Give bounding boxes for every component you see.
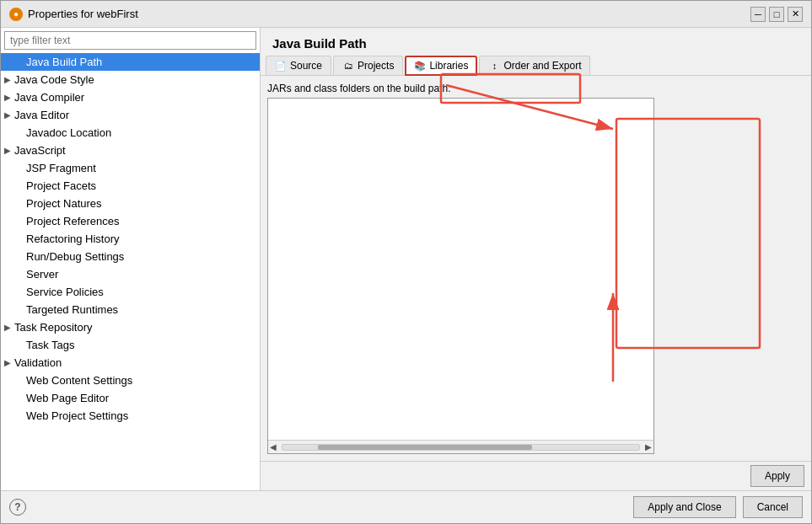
tabs-bar: 📄Source🗂Projects📚Libraries↕Order and Exp… <box>261 56 811 76</box>
apply-close-button[interactable]: Apply and Close <box>633 496 735 518</box>
bottom-bar: ? Apply and Close Cancel <box>1 490 811 523</box>
sidebar-item-targeted-runtimes[interactable]: Targeted Runtimes <box>1 301 260 318</box>
tab-label: Libraries <box>429 60 468 72</box>
libraries-icon: 📚 <box>414 60 426 72</box>
right-panel: Java Build Path 📄Source🗂Projects📚Librari… <box>261 28 811 461</box>
apply-row: Apply <box>261 461 811 490</box>
projects-icon: 🗂 <box>342 60 354 72</box>
sidebar-item-web-content-settings[interactable]: Web Content Settings <box>1 372 260 389</box>
tree-panel: ◀ ▶ <box>267 98 654 454</box>
sidebar-item-rundebug-settings[interactable]: Run/Debug Settings <box>1 248 260 265</box>
sidebar-item-label: Task Repository <box>14 321 92 334</box>
apply-button[interactable]: Apply <box>750 465 804 487</box>
filter-input[interactable] <box>4 31 256 50</box>
sidebar-item-label: Javadoc Location <box>26 126 111 139</box>
sidebar-item-java-editor[interactable]: ▶Java Editor <box>1 106 260 124</box>
panel-body: JARs and class folders on the build path… <box>261 76 811 461</box>
scroll-left-button[interactable]: ◀ <box>268 442 278 452</box>
sidebar-item-label: Web Project Settings <box>26 409 128 422</box>
sidebar-item-label: Validation <box>14 356 62 369</box>
sidebar-item-label: Java Code Style <box>14 73 94 86</box>
expand-icon: ▶ <box>4 323 11 332</box>
sidebar-item-label: Java Compiler <box>14 91 84 104</box>
horizontal-scrollbar[interactable]: ◀ ▶ <box>268 440 653 453</box>
minimize-button[interactable]: ─ <box>750 7 766 22</box>
panel-title: Java Build Path <box>261 28 811 56</box>
bottom-buttons: Apply and Close Cancel <box>633 496 803 518</box>
tree-items-container <box>268 99 653 440</box>
sidebar-item-javadoc-location[interactable]: Javadoc Location <box>1 124 260 142</box>
sidebar-item-label: Web Content Settings <box>26 374 132 387</box>
expand-icon: ▶ <box>4 110 11 120</box>
sidebar-item-jsp-fragment[interactable]: JSP Fragment <box>1 159 260 177</box>
sidebar-item-label: Targeted Runtimes <box>26 303 118 316</box>
sidebar-item-refactoring-history[interactable]: Refactoring History <box>1 230 260 248</box>
buttons-panel <box>661 98 804 454</box>
sidebar-item-project-natures[interactable]: Project Natures <box>1 195 260 212</box>
title-controls: ─ □ ✕ <box>750 7 803 22</box>
sidebar-item-project-references[interactable]: Project References <box>1 212 260 230</box>
sidebar-item-label: Java Build Path <box>26 56 102 68</box>
right-panel-wrapper: Java Build Path 📄Source🗂Projects📚Librari… <box>261 28 811 490</box>
sidebar-item-label: Project Natures <box>26 197 102 210</box>
tab-projects[interactable]: 🗂Projects <box>333 56 403 75</box>
title-bar: ● Properties for webFirst ─ □ ✕ <box>1 1 811 28</box>
eclipse-icon: ● <box>9 8 23 21</box>
sidebar-item-label: JavaScript <box>14 144 66 157</box>
content-area: ◀ ▶ <box>267 98 804 454</box>
sidebar-item-java-code-style[interactable]: ▶Java Code Style <box>1 71 260 88</box>
expand-icon: ▶ <box>4 93 11 102</box>
sidebar-item-server[interactable]: Server <box>1 265 260 283</box>
main-window: ● Properties for webFirst ─ □ ✕ Java Bui… <box>0 0 812 524</box>
sidebar: Java Build Path▶Java Code Style▶Java Com… <box>1 28 261 490</box>
sidebar-item-project-facets[interactable]: Project Facets <box>1 177 260 195</box>
sidebar-item-label: Web Page Editor <box>26 392 109 404</box>
window-title: Properties for webFirst <box>28 8 138 20</box>
maximize-button[interactable]: □ <box>769 7 784 22</box>
close-button[interactable]: ✕ <box>788 7 803 22</box>
sidebar-scroll: Java Build Path▶Java Code Style▶Java Com… <box>1 53 260 490</box>
sidebar-item-java-compiler[interactable]: ▶Java Compiler <box>1 88 260 106</box>
source-icon: 📄 <box>275 60 287 72</box>
scroll-track <box>282 444 640 451</box>
sidebar-item-task-repository[interactable]: ▶Task Repository <box>1 318 260 336</box>
sidebar-item-label: Run/Debug Settings <box>26 250 124 263</box>
cancel-button[interactable]: Cancel <box>743 496 803 518</box>
scroll-right-button[interactable]: ▶ <box>643 442 653 452</box>
tab-label: Source <box>290 60 322 72</box>
sidebar-item-javascript[interactable]: ▶JavaScript <box>1 142 260 159</box>
sidebar-item-label: Project References <box>26 215 120 227</box>
tab-order-and-export[interactable]: ↕Order and Export <box>479 56 590 75</box>
sidebar-item-label: Java Editor <box>14 109 69 121</box>
tab-source[interactable]: 📄Source <box>266 56 331 75</box>
expand-icon: ▶ <box>4 358 11 367</box>
title-bar-left: ● Properties for webFirst <box>9 8 138 21</box>
scroll-thumb <box>318 445 532 450</box>
sidebar-item-label: Project Facets <box>26 179 96 192</box>
main-content: Java Build Path▶Java Code Style▶Java Com… <box>1 28 811 490</box>
expand-icon: ▶ <box>4 75 11 84</box>
sidebar-item-validation[interactable]: ▶Validation <box>1 354 260 372</box>
tab-label: Order and Export <box>503 60 581 72</box>
sidebar-item-web-page-editor[interactable]: Web Page Editor <box>1 389 260 407</box>
sidebar-item-label: Server <box>26 268 58 281</box>
sidebar-item-label: Service Policies <box>26 286 104 298</box>
sidebar-item-label: Task Tags <box>26 339 75 351</box>
tab-libraries[interactable]: 📚Libraries <box>405 56 477 76</box>
expand-icon: ▶ <box>4 146 11 155</box>
sidebar-item-web-project-settings[interactable]: Web Project Settings <box>1 407 260 425</box>
jars-label: JARs and class folders on the build path… <box>267 83 804 94</box>
sidebar-item-service-policies[interactable]: Service Policies <box>1 283 260 301</box>
sidebar-list: Java Build Path▶Java Code Style▶Java Com… <box>1 53 260 425</box>
sidebar-item-label: Refactoring History <box>26 233 120 245</box>
sidebar-item-label: JSP Fragment <box>26 162 96 174</box>
sidebar-item-java-build-path[interactable]: Java Build Path <box>1 53 260 71</box>
sidebar-item-task-tags[interactable]: Task Tags <box>1 336 260 354</box>
help-button[interactable]: ? <box>9 499 26 516</box>
order-icon: ↕ <box>488 60 500 72</box>
tab-label: Projects <box>358 60 394 72</box>
